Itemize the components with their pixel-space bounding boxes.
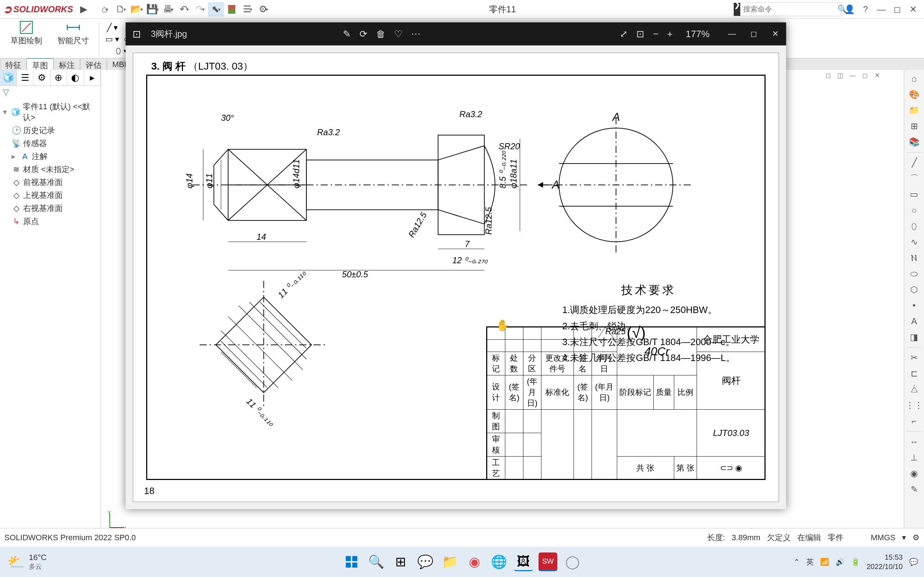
tray-wifi-icon[interactable]: 📶: [820, 558, 829, 566]
taskbar-solidworks-icon[interactable]: SW: [538, 553, 557, 571]
print-icon[interactable]: 🖶: [160, 2, 176, 16]
undo-icon[interactable]: ↶: [176, 2, 192, 16]
iv-edit-icon[interactable]: ✎: [343, 29, 351, 40]
run-macro-icon[interactable]: ▶: [76, 2, 92, 16]
rt-offset-icon[interactable]: ⊏: [904, 366, 924, 381]
iv-minimize-icon[interactable]: —: [721, 25, 743, 43]
rt-spline-icon[interactable]: ∿: [904, 235, 924, 249]
rectangle-tool-icon[interactable]: ▭ ▾: [105, 34, 120, 45]
iv-more-icon[interactable]: ⋯: [411, 29, 420, 40]
taskbar-search-icon[interactable]: 🔍: [367, 553, 386, 571]
status-units[interactable]: MMGS: [871, 533, 895, 542]
taskbar-app2-icon[interactable]: ◯: [563, 553, 582, 571]
search-input[interactable]: [740, 5, 837, 13]
filter-icon[interactable]: ▽: [0, 86, 101, 99]
rt-slot-icon[interactable]: ⬭: [904, 266, 924, 281]
rt-polygon-icon[interactable]: ⬡: [904, 282, 924, 297]
rt-appearance-icon[interactable]: 🎨: [904, 87, 924, 102]
close-icon[interactable]: ✕: [905, 2, 921, 16]
vp-maximize-icon[interactable]: ◻: [860, 70, 870, 81]
tab-annotate[interactable]: 标注: [53, 58, 80, 69]
iv-zoom-out-icon[interactable]: −: [653, 29, 658, 40]
rt-home-icon[interactable]: ⌂: [904, 71, 924, 86]
rt-line-icon[interactable]: ╱: [904, 155, 924, 170]
rt-constraint-icon[interactable]: ⊥: [904, 450, 924, 465]
rt-repair-icon[interactable]: ✎: [904, 482, 924, 496]
tree-annotations[interactable]: ▸A注解: [2, 150, 99, 163]
minimize-icon[interactable]: —: [874, 2, 889, 16]
rt-fillet-icon[interactable]: ⌐: [904, 414, 924, 429]
new-file-icon[interactable]: 🗋: [113, 2, 129, 16]
rt-dim-icon[interactable]: ↔: [904, 435, 924, 449]
rt-text-icon[interactable]: A: [904, 314, 924, 329]
tree-sensors[interactable]: 📡传感器: [2, 137, 99, 150]
options-icon[interactable]: ☰: [240, 2, 255, 16]
settings-icon[interactable]: ⚙: [255, 2, 271, 16]
tray-ime-icon[interactable]: 英: [806, 557, 814, 567]
rt-circle-icon[interactable]: ○: [904, 203, 924, 218]
smart-dimension-button[interactable]: 智能尺寸: [53, 20, 93, 46]
iv-close-icon[interactable]: ✕: [764, 25, 786, 43]
redo-icon[interactable]: ↷: [192, 2, 208, 16]
iv-fullscreen-icon[interactable]: ⤢: [620, 29, 628, 40]
tree-top-plane[interactable]: ◇上视基准面: [2, 189, 99, 202]
taskbar-explorer-icon[interactable]: 📁: [440, 553, 459, 571]
rt-rect-icon[interactable]: ▭: [904, 187, 924, 201]
status-units-dd-icon[interactable]: ▾: [902, 533, 906, 542]
line-tool-icon[interactable]: ╱ ▾: [105, 22, 120, 34]
tray-volume-icon[interactable]: 🔊: [835, 558, 845, 566]
rt-spline2-icon[interactable]: Ⲛ: [904, 251, 924, 265]
rt-trim-icon[interactable]: ✂: [904, 351, 924, 365]
config-manager-tab-icon[interactable]: ⚙: [34, 70, 50, 85]
tray-chevron-icon[interactable]: ⌃: [794, 558, 800, 566]
rt-point-icon[interactable]: •: [904, 298, 924, 313]
tab-sketch[interactable]: 草图: [27, 58, 53, 69]
rt-pattern-icon[interactable]: ⋮⋮: [904, 398, 924, 413]
taskbar-edge-icon[interactable]: 🌐: [489, 553, 508, 571]
iv-delete-icon[interactable]: 🗑: [376, 29, 386, 40]
taskbar-clock[interactable]: 15:53 2022/10/10: [867, 553, 903, 571]
iv-rotate-icon[interactable]: ⟳: [360, 29, 367, 40]
save-icon[interactable]: 💾: [144, 2, 160, 16]
tree-root[interactable]: ▾🧊零件11 (默认) <<默认>: [2, 100, 99, 124]
tray-notifications-icon[interactable]: 💬: [909, 558, 918, 566]
dim-manager-tab-icon[interactable]: ⊕: [50, 70, 68, 85]
vp-window-icon[interactable]: ◻: [823, 70, 833, 81]
vp-split-icon[interactable]: ◫: [835, 70, 845, 81]
rt-3d-icon[interactable]: ◨: [904, 330, 924, 344]
status-custom-icon[interactable]: ⚙: [913, 533, 920, 542]
iv-maximize-icon[interactable]: ◻: [743, 25, 764, 43]
vp-minimize-icon[interactable]: —: [848, 70, 858, 81]
more-tab-icon[interactable]: ▸: [84, 70, 101, 85]
rt-mirror-icon[interactable]: ⧊: [904, 382, 924, 397]
select-icon[interactable]: ⬉: [208, 2, 224, 16]
display-manager-tab-icon[interactable]: ◐: [67, 70, 84, 85]
rt-ellipse-icon[interactable]: ⬯: [904, 219, 924, 233]
help-icon[interactable]: ?: [858, 2, 874, 16]
maximize-icon[interactable]: ◻: [889, 2, 905, 16]
home-icon[interactable]: ⌂: [97, 2, 113, 16]
rt-arc-icon[interactable]: ⌒: [904, 171, 924, 186]
image-viewer-content[interactable]: 3. 阀 杆 （LJT03. 03） 18: [126, 45, 786, 509]
command-search[interactable]: ❯_ 🔍 ▾: [733, 3, 842, 16]
feature-tree-tab-icon[interactable]: 🧊: [0, 70, 17, 85]
property-manager-tab-icon[interactable]: ☰: [17, 70, 34, 85]
iv-zoom-in-icon[interactable]: +: [667, 29, 672, 40]
vp-close-icon[interactable]: ✕: [872, 70, 882, 81]
tree-history[interactable]: 🕑历史记录: [2, 124, 99, 137]
iv-fit-icon[interactable]: ⊡: [636, 29, 644, 40]
rebuild-icon[interactable]: [224, 2, 240, 16]
taskbar-taskview-icon[interactable]: ⊞: [391, 553, 410, 571]
rt-library-icon[interactable]: 📚: [904, 135, 924, 149]
taskbar-widgets-icon[interactable]: 💬: [416, 553, 435, 571]
tab-evaluate[interactable]: 评估: [80, 58, 107, 69]
tray-battery-icon[interactable]: 🔋: [851, 558, 860, 566]
rt-relation-icon[interactable]: ◉: [904, 466, 924, 481]
open-file-icon[interactable]: 📂: [129, 2, 144, 16]
tree-right-plane[interactable]: ◇右视基准面: [2, 202, 99, 215]
start-button[interactable]: [342, 553, 361, 571]
taskbar-weather[interactable]: ⛅ 16°C 多云: [0, 553, 54, 571]
taskbar-app1-icon[interactable]: ◉: [465, 553, 484, 571]
rt-views-icon[interactable]: ⊞: [904, 119, 924, 134]
tree-material[interactable]: ≋材质 <未指定>: [2, 163, 99, 176]
